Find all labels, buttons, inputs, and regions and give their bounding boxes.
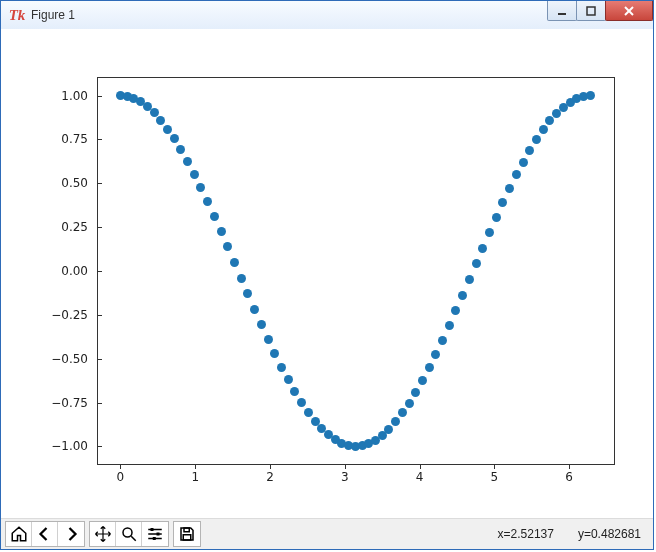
maximize-button[interactable] bbox=[576, 1, 606, 21]
svg-point-4 bbox=[123, 528, 132, 537]
data-point bbox=[498, 198, 507, 207]
svg-rect-7 bbox=[151, 528, 154, 531]
ytick-label: −0.50 bbox=[51, 352, 88, 366]
coord-y: y=0.482681 bbox=[578, 527, 641, 541]
data-point bbox=[196, 183, 205, 192]
svg-rect-1 bbox=[587, 7, 595, 15]
xtick-label: 6 bbox=[565, 470, 573, 484]
home-button[interactable] bbox=[6, 522, 32, 546]
data-point bbox=[539, 125, 548, 134]
data-point bbox=[250, 305, 259, 314]
pan-button[interactable] bbox=[90, 522, 116, 546]
window-controls bbox=[548, 1, 653, 21]
nav-toolbar: x=2.52137 y=0.482681 bbox=[1, 518, 653, 549]
data-point bbox=[519, 158, 528, 167]
data-point bbox=[203, 197, 212, 206]
data-point bbox=[304, 408, 313, 417]
data-point bbox=[264, 335, 273, 344]
xtick-label: 5 bbox=[491, 470, 499, 484]
svg-line-5 bbox=[131, 536, 136, 541]
data-point bbox=[445, 321, 454, 330]
data-point bbox=[243, 289, 252, 298]
minimize-button[interactable] bbox=[547, 1, 577, 21]
ytick-label: 0.25 bbox=[61, 220, 88, 234]
tk-app-icon: Tk bbox=[9, 7, 25, 23]
coord-x: x=2.52137 bbox=[498, 527, 554, 541]
data-point bbox=[411, 388, 420, 397]
data-point bbox=[223, 242, 232, 251]
data-point bbox=[398, 408, 407, 417]
data-point bbox=[485, 228, 494, 237]
data-point bbox=[257, 320, 266, 329]
data-point bbox=[512, 170, 521, 179]
ytick-label: −0.75 bbox=[51, 396, 88, 410]
ytick-label: −1.00 bbox=[51, 439, 88, 453]
svg-rect-11 bbox=[153, 537, 156, 540]
xtick-label: 3 bbox=[341, 470, 349, 484]
svg-rect-13 bbox=[183, 535, 191, 540]
data-point bbox=[472, 259, 481, 268]
data-point bbox=[505, 184, 514, 193]
data-point bbox=[492, 213, 501, 222]
data-point bbox=[297, 398, 306, 407]
data-point bbox=[525, 146, 534, 155]
nav-group-home bbox=[5, 521, 85, 547]
data-point bbox=[210, 212, 219, 221]
data-point bbox=[418, 376, 427, 385]
svg-rect-9 bbox=[157, 533, 160, 536]
data-point bbox=[478, 244, 487, 253]
back-button[interactable] bbox=[32, 522, 58, 546]
titlebar[interactable]: Tk Figure 1 bbox=[1, 1, 653, 30]
data-point bbox=[284, 375, 293, 384]
data-point bbox=[532, 135, 541, 144]
xtick-label: 0 bbox=[117, 470, 125, 484]
figure-window: Tk Figure 1 −1.00−0.75−0.50−0.250.000.25… bbox=[0, 0, 654, 550]
data-point bbox=[270, 349, 279, 358]
ytick-label: 0.50 bbox=[61, 176, 88, 190]
data-point bbox=[458, 291, 467, 300]
data-point bbox=[425, 363, 434, 372]
data-point bbox=[405, 399, 414, 408]
forward-button[interactable] bbox=[58, 522, 84, 546]
data-point bbox=[230, 258, 239, 267]
ytick-label: 0.00 bbox=[61, 264, 88, 278]
data-point bbox=[391, 417, 400, 426]
plot-canvas[interactable]: −1.00−0.75−0.50−0.250.000.250.500.751.00… bbox=[1, 29, 653, 519]
data-point bbox=[183, 157, 192, 166]
data-point bbox=[237, 274, 246, 283]
data-point bbox=[190, 170, 199, 179]
data-point bbox=[465, 275, 474, 284]
xtick-label: 1 bbox=[191, 470, 199, 484]
window-title: Figure 1 bbox=[31, 8, 75, 22]
close-button[interactable] bbox=[605, 1, 653, 21]
zoom-button[interactable] bbox=[116, 522, 142, 546]
xtick-label: 4 bbox=[416, 470, 424, 484]
data-point bbox=[586, 91, 595, 100]
data-point bbox=[451, 306, 460, 315]
cursor-coords: x=2.52137 y=0.482681 bbox=[498, 527, 641, 541]
data-point bbox=[545, 116, 554, 125]
data-point bbox=[163, 125, 172, 134]
svg-rect-12 bbox=[184, 528, 189, 532]
data-point bbox=[156, 116, 165, 125]
xtick-label: 2 bbox=[266, 470, 274, 484]
data-point bbox=[170, 134, 179, 143]
data-point bbox=[277, 363, 286, 372]
configure-button[interactable] bbox=[142, 522, 168, 546]
nav-group-view bbox=[89, 521, 169, 547]
nav-group-save bbox=[173, 521, 201, 547]
axes: −1.00−0.75−0.50−0.250.000.250.500.751.00… bbox=[97, 77, 615, 465]
data-point bbox=[431, 350, 440, 359]
data-point bbox=[217, 227, 226, 236]
ytick-label: 0.75 bbox=[61, 132, 88, 146]
data-point bbox=[176, 145, 185, 154]
ytick-label: 1.00 bbox=[61, 89, 88, 103]
data-point bbox=[384, 425, 393, 434]
data-point bbox=[290, 387, 299, 396]
save-button[interactable] bbox=[174, 522, 200, 546]
data-point bbox=[438, 336, 447, 345]
ytick-label: −0.25 bbox=[51, 308, 88, 322]
